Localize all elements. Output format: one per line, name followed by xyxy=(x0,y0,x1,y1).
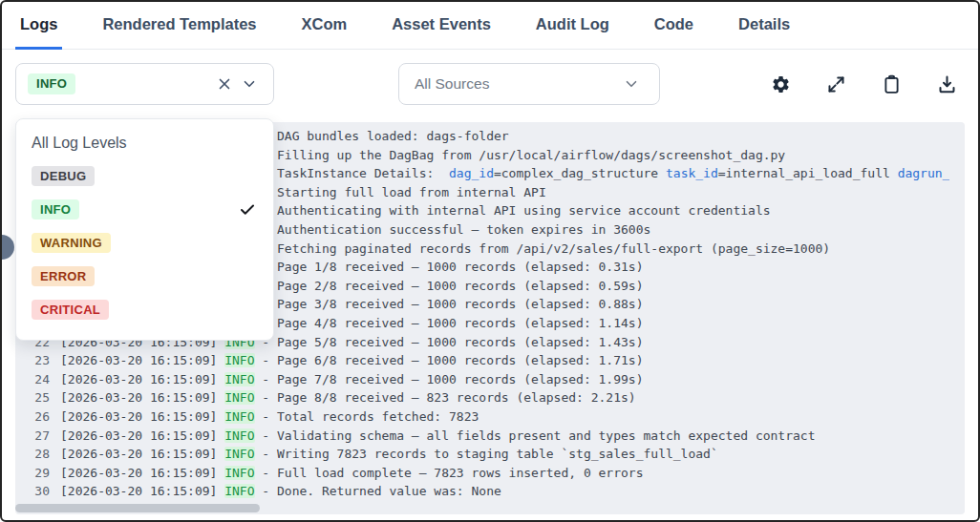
line-number: 24 xyxy=(15,370,50,389)
log-level-badge: INFO xyxy=(224,466,254,480)
log-message: Full load complete — 7823 rows inserted,… xyxy=(277,466,644,480)
download-icon[interactable] xyxy=(932,70,961,98)
log-message: Page 2/8 received — 1000 records (elapse… xyxy=(277,279,644,293)
log-message: Validating schema — all fields present a… xyxy=(277,428,816,443)
log-line: 29[2026-03-20 16:15:09] INFO - Full load… xyxy=(15,464,965,483)
log-line-content: [2026-03-20 16:15:09] INFO - Page 8/8 re… xyxy=(60,388,636,407)
log-message: TaskInstance Details: xyxy=(277,166,449,180)
log-timestamp: [2026-03-20 16:15:09] xyxy=(60,447,224,461)
log-message: Filling up the DagBag from /usr/local/ai… xyxy=(277,148,785,162)
tab-code[interactable]: Code xyxy=(650,2,698,50)
log-line: 28[2026-03-20 16:15:09] INFO - Writing 7… xyxy=(15,445,965,464)
log-message: Page 4/8 received — 1000 records (elapse… xyxy=(277,316,644,330)
log-line: 30[2026-03-20 16:15:09] INFO - Done. Ret… xyxy=(15,482,965,501)
source-filter-select[interactable]: All Sources xyxy=(398,63,660,105)
log-separator: - xyxy=(255,466,277,480)
log-separator: - xyxy=(255,372,277,386)
log-level-dropdown: All Log Levels DEBUGINFOWARNINGERRORCRIT… xyxy=(15,118,274,341)
log-line-content: [2026-03-20 16:15:09] INFO - Done. Retur… xyxy=(60,482,501,501)
line-number: 30 xyxy=(15,482,50,501)
settings-gear-icon[interactable] xyxy=(766,70,795,98)
dropdown-option-critical[interactable]: CRITICAL xyxy=(16,293,273,326)
log-line-content: [2026-03-20 16:15:09] INFO - Full load c… xyxy=(60,464,644,483)
log-level-badge: INFO xyxy=(224,409,254,424)
log-toolbar xyxy=(766,70,961,98)
log-message: Fetching paginated records from /api/v2/… xyxy=(277,241,830,256)
log-message: DAG bundles loaded: dags-folder xyxy=(277,129,509,143)
tab-audit-log[interactable]: Audit Log xyxy=(531,2,614,50)
log-line: 23[2026-03-20 16:15:09] INFO - Page 6/8 … xyxy=(15,351,965,370)
log-separator: - xyxy=(255,484,277,498)
log-message: Page 1/8 received — 1000 records (elapse… xyxy=(277,260,644,274)
log-timestamp: [2026-03-20 16:15:09] xyxy=(60,372,224,386)
log-message: Page 8/8 received — 823 records (elapsed… xyxy=(277,390,636,405)
line-number: 28 xyxy=(15,445,50,464)
log-separator: - xyxy=(255,353,277,367)
dropdown-option-info[interactable]: INFO xyxy=(16,193,273,226)
level-badge: ERROR xyxy=(32,266,95,287)
log-message: Authenticating with internal API using s… xyxy=(277,203,771,218)
log-timestamp: [2026-03-20 16:15:09] xyxy=(60,484,224,498)
log-line: 25[2026-03-20 16:15:09] INFO - Page 8/8 … xyxy=(15,388,965,407)
log-timestamp: [2026-03-20 16:15:09] xyxy=(60,409,224,424)
tab-details[interactable]: Details xyxy=(734,2,795,50)
task-instance-panel: LogsRendered TemplatesXComAsset EventsAu… xyxy=(0,0,980,522)
log-message: =complex_dag_structure xyxy=(494,166,666,180)
tab-logs[interactable]: Logs xyxy=(15,2,62,50)
log-message: Starting full load from internal API xyxy=(277,185,546,199)
log-level-badge: INFO xyxy=(224,484,254,498)
log-separator: - xyxy=(255,447,277,461)
log-line-content: [2026-03-20 16:15:09] INFO - Writing 782… xyxy=(60,445,718,464)
tab-xcom[interactable]: XCom xyxy=(297,2,352,50)
log-level-filter[interactable]: INFO xyxy=(15,63,274,105)
log-timestamp: [2026-03-20 16:15:09] xyxy=(60,390,224,405)
dropdown-header: All Log Levels xyxy=(16,129,273,159)
horizontal-scrollbar[interactable] xyxy=(15,504,260,512)
log-line: 27[2026-03-20 16:15:09] INFO - Validatin… xyxy=(15,427,965,446)
level-badge: INFO xyxy=(32,199,79,220)
tab-bar: LogsRendered TemplatesXComAsset EventsAu… xyxy=(2,2,978,50)
log-line-content: [2026-03-20 16:15:09] INFO - Validating … xyxy=(60,427,816,446)
dropdown-options: DEBUGINFOWARNINGERRORCRITICAL xyxy=(16,159,273,326)
line-number: 27 xyxy=(15,427,50,446)
log-line-content: [2026-03-20 16:15:09] INFO - Page 6/8 re… xyxy=(60,351,644,370)
source-filter-value: All Sources xyxy=(415,75,489,93)
log-message: Page 6/8 received — 1000 records (elapse… xyxy=(277,353,644,367)
log-message: Authentication successful — token expire… xyxy=(277,222,650,237)
line-number: 26 xyxy=(15,407,50,427)
chevron-down-icon xyxy=(619,72,644,96)
line-number: 25 xyxy=(15,388,50,407)
log-message: =internal_api_load_full xyxy=(718,166,898,180)
log-separator: - xyxy=(255,409,277,424)
copy-clipboard-icon[interactable] xyxy=(877,70,905,98)
selected-level-badge: INFO xyxy=(28,73,75,94)
level-badge: WARNING xyxy=(32,233,111,254)
dropdown-option-warning[interactable]: WARNING xyxy=(16,226,273,260)
fullscreen-expand-icon[interactable] xyxy=(821,70,850,98)
log-line: 26[2026-03-20 16:15:09] INFO - Total rec… xyxy=(15,407,965,427)
log-line-content: [2026-03-20 16:15:09] INFO - Page 7/8 re… xyxy=(60,370,644,389)
level-badge: CRITICAL xyxy=(32,300,109,321)
level-badge: DEBUG xyxy=(32,166,95,187)
log-line-content: [2026-03-20 16:15:09] INFO - Total recor… xyxy=(60,407,479,427)
log-message: Done. Returned value was: None xyxy=(277,484,501,498)
log-level-badge: INFO xyxy=(224,372,254,386)
log-message: Page 5/8 received — 1000 records (elapse… xyxy=(277,335,644,349)
clear-x-icon[interactable] xyxy=(212,72,237,96)
log-separator: - xyxy=(255,390,277,405)
log-level-badge: INFO xyxy=(224,428,254,443)
log-message: Page 7/8 received — 1000 records (elapse… xyxy=(277,372,644,386)
line-number: 29 xyxy=(15,464,50,483)
panel-expand-handle[interactable] xyxy=(0,235,14,260)
log-token: task_id xyxy=(666,166,718,180)
dropdown-option-debug[interactable]: DEBUG xyxy=(16,159,273,193)
log-token: dag_id xyxy=(449,166,494,180)
log-separator: - xyxy=(255,428,277,443)
chevron-down-icon[interactable] xyxy=(237,72,262,96)
log-message: Page 3/8 received — 1000 records (elapse… xyxy=(277,297,644,311)
tab-rendered-templates[interactable]: Rendered Templates xyxy=(97,2,261,50)
log-message: Total records fetched: 7823 xyxy=(277,409,479,424)
log-token: dagrun_ xyxy=(898,166,950,180)
dropdown-option-error[interactable]: ERROR xyxy=(16,260,273,293)
tab-asset-events[interactable]: Asset Events xyxy=(387,2,496,50)
